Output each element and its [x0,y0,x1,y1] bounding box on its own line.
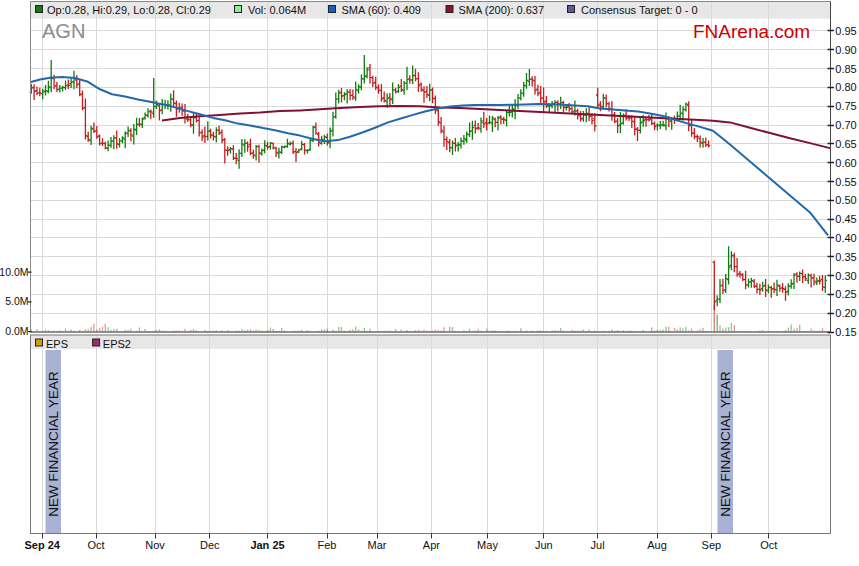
svg-text:0.35: 0.35 [835,251,856,263]
svg-text:0.60: 0.60 [835,157,856,169]
svg-text:Oct: Oct [87,539,104,551]
svg-text:0.85: 0.85 [835,63,856,75]
svg-text:Apr: Apr [423,539,440,551]
svg-text:0.90: 0.90 [835,44,856,56]
svg-text:0.70: 0.70 [835,119,856,131]
svg-text:0.65: 0.65 [835,138,856,150]
svg-text:0.50: 0.50 [835,194,856,206]
svg-text:Consensus Target: 0 - 0: Consensus Target: 0 - 0 [581,4,698,16]
svg-text:NEW FINANCIAL YEAR: NEW FINANCIAL YEAR [718,371,733,517]
svg-text:5.0M: 5.0M [5,295,28,307]
svg-text:Jun: Jun [535,539,553,551]
svg-text:Op:0.28, Hi:0.29, Lo:0.28, Cl:: Op:0.28, Hi:0.29, Lo:0.28, Cl:0.29 [47,4,211,16]
svg-text:0.55: 0.55 [835,176,856,188]
svg-text:AGN: AGN [42,20,85,42]
svg-text:EPS2: EPS2 [103,338,131,350]
svg-text:EPS: EPS [46,338,68,350]
svg-text:SMA (60): 0.409: SMA (60): 0.409 [342,4,422,16]
svg-text:0.95: 0.95 [835,25,856,37]
svg-text:Jul: Jul [591,539,605,551]
svg-text:NEW FINANCIAL YEAR: NEW FINANCIAL YEAR [46,371,61,517]
svg-text:0.45: 0.45 [835,213,856,225]
svg-text:Vol: 0.064M: Vol: 0.064M [248,4,306,16]
svg-text:Nov: Nov [145,539,165,551]
svg-text:0.20: 0.20 [835,307,856,319]
svg-text:Mar: Mar [368,539,387,551]
svg-text:Jan 25: Jan 25 [250,539,284,551]
svg-text:FNArena.com: FNArena.com [693,21,810,42]
svg-text:0.75: 0.75 [835,100,856,112]
svg-text:0.25: 0.25 [835,288,856,300]
svg-text:SMA (200): 0.637: SMA (200): 0.637 [459,4,545,16]
svg-text:May: May [477,539,498,551]
svg-text:Aug: Aug [647,539,667,551]
svg-text:10.0M: 10.0M [0,266,29,278]
svg-text:Dec: Dec [200,539,220,551]
svg-text:0.40: 0.40 [835,232,856,244]
svg-text:Feb: Feb [318,539,337,551]
svg-text:Sep 24: Sep 24 [24,539,60,551]
svg-text:0.80: 0.80 [835,81,856,93]
svg-text:0.15: 0.15 [835,326,856,338]
svg-text:Oct: Oct [760,539,777,551]
svg-text:0.30: 0.30 [835,270,856,282]
svg-text:0.0M: 0.0M [5,325,28,337]
svg-text:Sep: Sep [702,539,722,551]
